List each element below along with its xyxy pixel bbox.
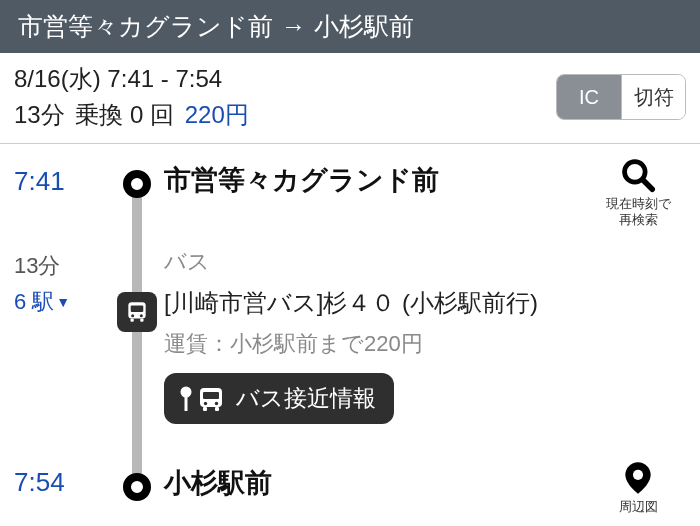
end-time: 7:54 — [14, 467, 104, 498]
segment-duration: 13分 — [14, 251, 104, 281]
bus-stop-icon — [176, 384, 226, 414]
summary-details: 13分 乗換 0 回 220円 — [14, 99, 249, 131]
svg-rect-15 — [215, 407, 219, 411]
route-body: 7:41 市営等々カグランド前 現在時刻で 再検索 13分 6 駅 ▼ — [0, 144, 700, 526]
svg-point-13 — [215, 401, 218, 404]
map-label: 周辺図 — [619, 499, 658, 515]
route-header: 市営等々カグランド前 → 小杉駅前 — [0, 0, 700, 53]
svg-rect-14 — [203, 407, 207, 411]
route-segment-row: 13分 6 駅 ▼ バス [川崎市営バス]杉４０ (小杉駅前行) 運賃：小杉駅前… — [14, 227, 686, 457]
map-pin-icon — [619, 459, 657, 497]
segment-stops-expand[interactable]: 6 駅 ▼ — [14, 287, 70, 317]
chevron-down-icon: ▼ — [56, 294, 70, 310]
summary-duration: 13分 — [14, 101, 65, 128]
summary-bar: 8/16(水) 7:41 - 7:54 13分 乗換 0 回 220円 IC 切… — [0, 53, 700, 144]
toggle-ic-button[interactable]: IC — [557, 75, 621, 119]
area-map-button[interactable]: 周辺図 — [590, 459, 686, 515]
svg-rect-11 — [203, 392, 219, 399]
segment-stops-label: 6 駅 — [14, 287, 54, 317]
research-now-button[interactable]: 現在時刻で 再検索 — [590, 156, 686, 227]
svg-point-16 — [633, 470, 643, 480]
start-station: 市営等々カグランド前 — [164, 162, 590, 198]
svg-rect-9 — [185, 396, 188, 411]
toggle-ticket-button[interactable]: 切符 — [621, 75, 685, 119]
bus-approach-info-button[interactable]: バス接近情報 — [164, 373, 394, 424]
route-start-row: 7:41 市営等々カグランド前 現在時刻で 再検索 — [14, 144, 686, 227]
header-arrow: → — [281, 12, 306, 41]
fare-type-toggle: IC 切符 — [556, 74, 686, 120]
svg-point-8 — [181, 386, 192, 397]
summary-transfers: 乗換 0 回 — [75, 101, 174, 128]
svg-point-12 — [204, 401, 207, 404]
search-icon — [619, 156, 657, 194]
route-end-row: 7:54 小杉駅前 周辺図 — [14, 457, 686, 526]
bus-approach-label: バス接近情報 — [236, 383, 376, 414]
summary-fare[interactable]: 220円 — [185, 101, 249, 128]
header-from: 市営等々カグランド前 — [18, 10, 273, 43]
segment-line: [川崎市営バス]杉４０ (小杉駅前行) — [164, 287, 590, 319]
segment-mode: バス — [164, 247, 590, 277]
svg-line-7 — [643, 180, 653, 190]
research-label: 現在時刻で 再検索 — [606, 196, 671, 227]
header-to: 小杉駅前 — [314, 10, 414, 43]
end-station: 小杉駅前 — [164, 465, 590, 501]
start-time: 7:41 — [14, 166, 104, 197]
summary-date-times: 8/16(水) 7:41 - 7:54 — [14, 63, 249, 95]
segment-fare: 運賃：小杉駅前まで220円 — [164, 329, 590, 359]
